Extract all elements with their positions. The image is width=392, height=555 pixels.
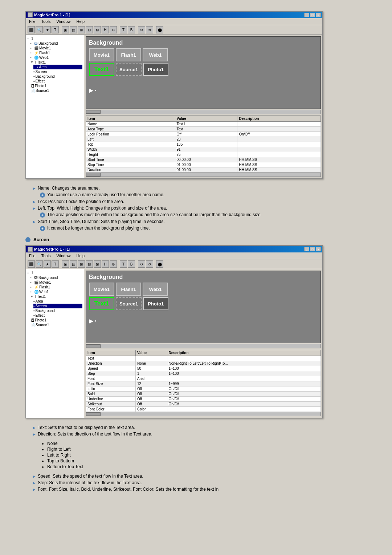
tb2-btn-14[interactable]: ↺	[138, 260, 145, 268]
tb2-btn-3[interactable]: ★	[44, 260, 51, 268]
tb2-btn-1[interactable]: ⬛	[28, 260, 35, 268]
tree-item-text1[interactable]: ▼ T Text1	[30, 60, 82, 65]
menu2-help[interactable]: Help	[75, 253, 86, 258]
prop2-item: Bold	[86, 392, 136, 397]
tb-btn-6[interactable]: ▤	[70, 26, 77, 33]
scrollbar2-h2[interactable]	[86, 412, 321, 416]
prop-item: Area Type	[86, 127, 175, 132]
tree-item-web1[interactable]: ▪ 🌐 Web1	[30, 55, 82, 60]
tree-item-flash1[interactable]: ▪ ⚡ Flash1	[30, 50, 82, 55]
scrollbar2-h[interactable]	[86, 344, 321, 348]
canvas-row2: Text1 Source1 Photo1	[89, 63, 318, 76]
tree-item-root[interactable]: ▪ 1	[28, 36, 82, 41]
tb2-btn-10[interactable]: H	[102, 260, 109, 268]
tree2-item-movie1[interactable]: ▪ 🎬 Movie1	[30, 280, 82, 285]
tree2-item-source1[interactable]: 📄 Source1	[30, 323, 82, 327]
table-row: FontArial	[86, 376, 321, 381]
window2-title: MagicNetPro 1 - [1]	[34, 247, 70, 251]
tb2-btn-4[interactable]: T	[52, 260, 59, 268]
tree2-item-background2[interactable]: ▪ Background	[33, 308, 82, 313]
scrollbar2-thumb	[86, 344, 101, 348]
tb-btn-10[interactable]: H	[102, 26, 109, 33]
table-row: Speed501~100	[86, 366, 321, 371]
tree2-source1-label: Source1	[36, 323, 49, 327]
direction-list: NoneRight to LeftLeft to RightTop to Bot…	[47, 441, 377, 469]
maximize-button2[interactable]: □	[310, 247, 315, 251]
tb-btn-3[interactable]: ★	[44, 26, 51, 33]
tb-btn-1[interactable]: ⬛	[28, 26, 35, 33]
tb2-btn-6[interactable]: ▤	[70, 260, 77, 268]
tree-item-source1[interactable]: 📄 Source1	[30, 88, 82, 93]
tree2-item-background[interactable]: ▪ 🖼 Background	[30, 275, 82, 280]
menu-help[interactable]: Help	[75, 19, 86, 24]
tb-btn-9[interactable]: ⊠	[94, 26, 101, 33]
tree2-item-screen[interactable]: ▪ Screen	[33, 304, 82, 308]
tb-btn-14[interactable]: ↺	[138, 26, 145, 33]
menu2-tools[interactable]: Tools	[40, 253, 52, 258]
menu-file[interactable]: File	[28, 19, 37, 24]
prop2-value: Off	[136, 386, 167, 392]
canvas-title2: Background	[89, 274, 318, 280]
tb-btn-11[interactable]: ⊙	[110, 26, 117, 33]
menu2-window[interactable]: Window	[55, 253, 72, 258]
maximize-button[interactable]: □	[310, 13, 315, 17]
desc2-text: Text: Sets the text to be displayed in t…	[38, 425, 135, 430]
tree2-item-text1[interactable]: ▼ T Text1	[30, 294, 82, 299]
tb2-btn-2[interactable]: 🔍	[36, 260, 43, 268]
tb-btn-12[interactable]: T	[120, 26, 127, 33]
tree2-item-area[interactable]: ▪ Area	[33, 299, 82, 304]
tb-btn-13[interactable]: B	[128, 26, 135, 33]
tree-item-effect[interactable]: ▪ Effect	[33, 79, 82, 84]
tb2-btn-15[interactable]: ↻	[146, 260, 153, 268]
desc2-item: ▶Text: Sets the text to be displayed in …	[33, 425, 377, 430]
prop2-value: 50	[136, 366, 167, 371]
tb2-btn-11[interactable]: ⊙	[110, 260, 117, 268]
table-row: Stop Time01:00:00HH:MM:SS	[86, 162, 321, 167]
close-button[interactable]: ×	[316, 13, 321, 17]
tb2-btn-13[interactable]: B	[128, 260, 135, 268]
tree2-item-photo1[interactable]: 🖼 Photo1	[30, 318, 82, 323]
tree2-item-effect[interactable]: ▪ Effect	[33, 313, 82, 318]
tb-btn-8[interactable]: ⊟	[86, 26, 93, 33]
tb-btn-15[interactable]: ↻	[146, 26, 153, 33]
tb-btn-2[interactable]: 🔍	[36, 26, 43, 33]
tree-item-photo1[interactable]: 🖼 Photo1	[30, 84, 82, 88]
arrow-icon: ▶	[33, 206, 36, 210]
prop-desc	[237, 137, 321, 142]
canvas-source1: Source1	[116, 63, 142, 76]
scrollbar1-h[interactable]	[86, 110, 321, 114]
prop2-desc	[167, 376, 320, 381]
canvas2-dot: ●	[95, 319, 97, 323]
tb2-btn-8[interactable]: ⊟	[86, 260, 93, 268]
tree2-item-flash1[interactable]: ▪ ⚡ Flash1	[30, 285, 82, 289]
tb-btn-16[interactable]: ⬤	[156, 26, 163, 33]
tb2-btn-12[interactable]: T	[120, 260, 127, 268]
tree-item-background2[interactable]: ▪ Background	[33, 74, 82, 79]
tree2-item-root[interactable]: ▪ 1	[28, 271, 82, 275]
scrollbar1-h2[interactable]	[86, 173, 321, 177]
prop-value: 91	[175, 147, 237, 152]
menu-tools[interactable]: Tools	[40, 19, 52, 24]
tb2-btn-16[interactable]: ⬤	[156, 260, 163, 268]
tree-item-movie1[interactable]: ▪ 🎬 Movie1	[30, 46, 82, 50]
minimize-button[interactable]: _	[304, 13, 309, 17]
plus-icon: +	[40, 212, 45, 218]
tree-item-area[interactable]: ▪ Area	[33, 65, 82, 69]
canvas2-row2: Text1 Source1 Photo1	[89, 297, 318, 310]
tree-item-background[interactable]: ▪ 🖼 Background	[30, 41, 82, 46]
tb2-btn-5[interactable]: ▣	[62, 260, 69, 268]
tb2-btn-7[interactable]: ⊞	[78, 260, 85, 268]
menu2-file[interactable]: File	[28, 253, 37, 258]
menu-window[interactable]: Window	[55, 19, 72, 24]
canvas1: Background Movie1 Flash1 Web1 Text1 Sour…	[86, 36, 321, 109]
canvas2-web1: Web1	[143, 283, 168, 296]
tree-item-screen[interactable]: ▪ Screen	[33, 69, 82, 74]
tb-btn-5[interactable]: ▣	[62, 26, 69, 33]
tb2-btn-9[interactable]: ⊠	[94, 260, 101, 268]
tree2-item-web1[interactable]: ▪ 🌐 Web1	[30, 289, 82, 294]
table-row: StrikeoutOffOn/Off	[86, 402, 321, 407]
tb-btn-7[interactable]: ⊞	[78, 26, 85, 33]
close-button2[interactable]: ×	[316, 247, 321, 251]
minimize-button2[interactable]: _	[304, 247, 309, 251]
tb-btn-4[interactable]: T	[52, 26, 59, 33]
